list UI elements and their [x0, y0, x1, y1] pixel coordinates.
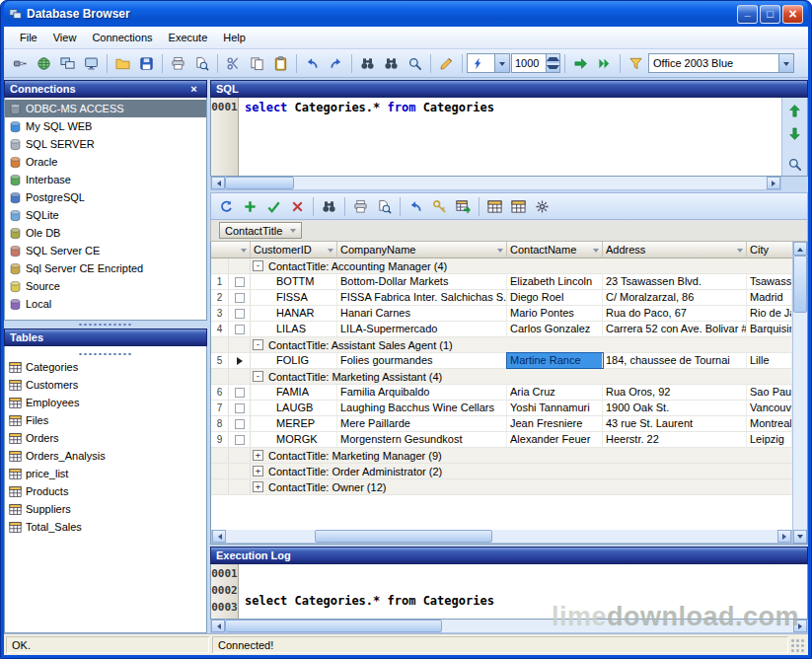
scroll-right-icon[interactable]	[793, 620, 807, 632]
cell-city[interactable]: Tsawassen	[747, 274, 792, 289]
cell-address[interactable]: 1900 Oak St.	[603, 401, 747, 415]
cell-customer-id[interactable]: LAUGB	[251, 401, 337, 415]
connection-item[interactable]: Interbase	[5, 171, 206, 188]
connection-item[interactable]: Local	[5, 295, 206, 313]
grid-find-button[interactable]	[318, 195, 340, 218]
table-item[interactable]: Employees	[5, 394, 206, 411]
zoom-sql-button[interactable]	[783, 157, 806, 172]
connection-item[interactable]: Ole DB	[5, 224, 206, 242]
connection-item[interactable]: My SQL WEB	[5, 117, 206, 135]
table-row[interactable]: 6 FAMIA Familia Arquibaldo Aria Cruz Rua…	[211, 385, 792, 401]
delete-row-button[interactable]	[286, 195, 309, 218]
scroll-down-icon[interactable]	[793, 530, 807, 544]
grid-horizontal-scrollbar[interactable]	[211, 530, 792, 544]
menu-view[interactable]: View	[45, 29, 85, 46]
log-horizontal-scrollbar[interactable]	[210, 620, 808, 633]
key-button[interactable]	[428, 195, 451, 218]
group-row[interactable]: -ContactTitle: Marketing Assistant (4)	[211, 369, 792, 385]
table-row[interactable]: 1 BOTTM Bottom-Dollar Markets Elizabeth …	[211, 274, 792, 290]
cell-contact-name[interactable]: Yoshi Tannamuri	[507, 401, 603, 415]
scroll-left-icon[interactable]	[211, 177, 225, 189]
filter-icon[interactable]	[328, 249, 333, 256]
cell-contact-name[interactable]: Jean Fresniere	[507, 416, 603, 431]
cell-company-name[interactable]: Hanari Carnes	[337, 306, 507, 321]
column-header-company-name[interactable]: CompanyName	[337, 242, 507, 258]
scrollbar-thumb[interactable]	[225, 620, 442, 632]
maximize-button[interactable]	[760, 5, 780, 24]
minimize-button[interactable]	[737, 5, 758, 24]
table-item[interactable]: Orders_Analysis	[5, 447, 206, 465]
cell-customer-id[interactable]: LILAS	[251, 322, 337, 336]
table-row[interactable]: 3 HANAR Hanari Carnes Mario Pontes Rua d…	[211, 306, 792, 322]
print-preview-button[interactable]	[190, 52, 213, 75]
sessions-button[interactable]	[56, 52, 79, 75]
scroll-left-icon[interactable]	[211, 620, 225, 632]
combo-arrow-icon[interactable]	[778, 54, 793, 72]
filter-icon[interactable]	[290, 229, 296, 236]
undo-button[interactable]	[301, 52, 324, 75]
close-panel-icon[interactable]	[186, 82, 201, 96]
cell-customer-id[interactable]: FISSA	[251, 290, 337, 305]
cell-address[interactable]: Rua do Paco, 67	[603, 306, 747, 321]
connection-item[interactable]: Source	[5, 277, 206, 295]
group-row[interactable]: -ContactTitle: Assistant Sales Agent (1)	[211, 337, 792, 353]
save-button[interactable]	[135, 52, 158, 75]
row-header-cell[interactable]	[211, 242, 251, 258]
open-url-button[interactable]	[33, 52, 55, 75]
cell-company-name[interactable]: Morgenstern Gesundkost	[337, 432, 507, 447]
row-checkbox[interactable]	[235, 309, 245, 319]
expand-icon[interactable]: +	[253, 450, 263, 461]
panel-splitter[interactable]	[5, 350, 206, 358]
cell-company-name[interactable]: Mere Paillarde	[337, 416, 507, 431]
expand-icon[interactable]: -	[253, 260, 263, 271]
cell-city[interactable]: Madrid	[747, 290, 792, 305]
close-button[interactable]	[782, 5, 803, 24]
query-down-button[interactable]	[783, 126, 806, 141]
scrollbar-thumb[interactable]	[793, 256, 807, 313]
insert-row-button[interactable]	[239, 195, 261, 218]
table-row[interactable]: 5 FOLIG Folies gourmandes Martine Rance …	[211, 353, 792, 369]
find-in-grid-button[interactable]	[380, 52, 403, 75]
column-header-customer-id[interactable]: CustomerID	[251, 242, 337, 258]
cell-address[interactable]: Heerstr. 22	[603, 432, 747, 447]
connection-item[interactable]: PostgreSQL	[5, 188, 206, 206]
cell-city[interactable]: Lille	[747, 353, 792, 368]
row-checkbox[interactable]	[235, 277, 245, 287]
query-up-button[interactable]	[783, 104, 806, 118]
cell-company-name[interactable]: Familia Arquibaldo	[337, 385, 507, 400]
row-checkbox[interactable]	[235, 293, 245, 303]
menu-help[interactable]: Help	[215, 29, 254, 46]
filter-icon[interactable]	[497, 249, 503, 256]
theme-combo[interactable]: Office 2003 Blue	[648, 53, 794, 73]
row-checkbox[interactable]	[235, 325, 245, 334]
cell-contact-name[interactable]: Alexander Feuer	[507, 432, 603, 447]
expand-icon[interactable]: -	[253, 339, 263, 350]
cell-city[interactable]: Barquisimeto	[747, 322, 792, 336]
group-by-chip[interactable]: ContactTitle	[219, 222, 302, 239]
cell-city[interactable]: Sao Paulo	[747, 385, 792, 400]
menu-execute[interactable]: Execute	[161, 29, 216, 46]
row-limit-input[interactable]	[512, 54, 546, 72]
cell-company-name[interactable]: LILA-Supermercado	[337, 322, 507, 336]
connection-item[interactable]: ODBC-MS ACCESS	[5, 100, 206, 117]
expand-icon[interactable]: +	[253, 481, 263, 492]
connection-item[interactable]: SQL Server CE	[5, 242, 206, 259]
cell-customer-id[interactable]: HANAR	[251, 306, 337, 321]
cell-company-name[interactable]: Laughing Bacchus Wine Cellars	[337, 401, 507, 415]
menu-connections[interactable]: Connections	[84, 29, 160, 46]
selected-cell-contact-name[interactable]: Martine Rance	[507, 353, 603, 368]
cell-contact-name[interactable]: Mario Pontes	[507, 306, 603, 321]
open-file-button[interactable]	[111, 52, 134, 75]
column-header-address[interactable]: Address	[603, 242, 747, 258]
connect-button[interactable]	[9, 52, 32, 75]
row-limit-spinner[interactable]	[511, 53, 560, 73]
cell-city[interactable]: Rio de Janeiro	[747, 306, 792, 321]
paste-button[interactable]	[269, 52, 292, 75]
table-item[interactable]: Categories	[5, 358, 206, 376]
group-row[interactable]: +ContactTitle: Marketing Manager (9)	[211, 448, 792, 464]
sql-horizontal-scrollbar[interactable]	[210, 177, 781, 190]
cell-contact-name[interactable]: Diego Roel	[507, 290, 603, 305]
group-by-bar[interactable]: ContactTitle	[210, 220, 808, 242]
table-item[interactable]: Total_Sales	[5, 518, 206, 536]
grid-print-button[interactable]	[349, 195, 372, 218]
